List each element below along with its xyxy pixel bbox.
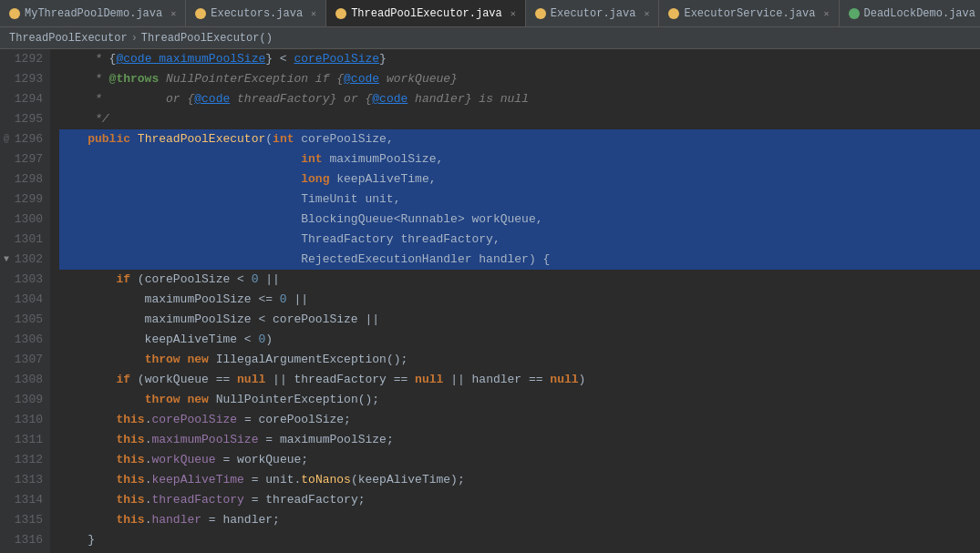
- tab-close-executor[interactable]: ✕: [644, 8, 649, 19]
- line-numbers: 1292 1293 1294 1295 @ 1296 1297 1298 129…: [0, 49, 50, 553]
- line-num-1309: 1309: [0, 390, 50, 410]
- line-num-1316: 1316: [0, 530, 50, 550]
- code-line-1314: this.threadFactory = threadFactory;: [59, 490, 980, 510]
- fold-icon[interactable]: ▼: [4, 250, 9, 270]
- code-line-1292: * {@code maximumPoolSize} < corePoolSize…: [59, 49, 980, 69]
- code-line-1309: throw new NullPointerException();: [59, 390, 980, 410]
- line-num-1313: 1313: [0, 470, 50, 490]
- editor: 1292 1293 1294 1295 @ 1296 1297 1298 129…: [0, 49, 980, 553]
- line-num-1311: 1311: [0, 430, 50, 450]
- tab-label-executors: Executors.java: [211, 7, 303, 20]
- tab-icon-threadpoolexecutor: [335, 8, 346, 19]
- line-num-1302: ▼ 1302: [0, 250, 50, 270]
- line-num-1312: 1312: [0, 450, 50, 470]
- breadcrumb-class: ThreadPoolExecutor: [9, 32, 128, 45]
- code-line-1297: int maximumPoolSize,: [59, 149, 980, 169]
- line-num-1301: 1301: [0, 230, 50, 250]
- code-line-1299: TimeUnit unit,: [59, 189, 980, 210]
- code-line-1308: if (workQueue == null || threadFactory =…: [59, 370, 980, 390]
- tab-executor[interactable]: Executor.java ✕: [526, 0, 660, 26]
- tab-label-executor: Executor.java: [551, 7, 636, 20]
- line-num-1297: 1297: [0, 149, 50, 169]
- line-num-1304: 1304: [0, 290, 50, 310]
- tab-executors[interactable]: Executors.java ✕: [186, 0, 326, 26]
- code-line-1295: */: [59, 109, 980, 129]
- code-line-1305: maximumPoolSize < corePoolSize ||: [59, 310, 980, 330]
- tab-icon-executorservice: [668, 8, 679, 19]
- code-line-1294: * or {@code threadFactory} or {@code han…: [59, 89, 980, 109]
- code-content[interactable]: * {@code maximumPoolSize} < corePoolSize…: [50, 49, 980, 553]
- code-line-1315: this.handler = handler;: [59, 510, 980, 530]
- code-line-1306: keepAliveTime < 0): [59, 330, 980, 350]
- tab-icon-deadlock: [849, 8, 860, 19]
- code-line-1296: public ThreadPoolExecutor(int corePoolSi…: [59, 129, 980, 149]
- tab-icon-mythreadpool: [9, 8, 20, 19]
- tab-label-threadpoolexecutor: ThreadPoolExecutor.java: [351, 7, 502, 20]
- code-line-1311: this.maximumPoolSize = maximumPoolSize;: [59, 430, 980, 450]
- breadcrumb-separator: ›: [131, 32, 138, 45]
- tab-icon-executor: [535, 8, 546, 19]
- tab-bar: MyThreadPoolDemo.java ✕ Executors.java ✕…: [0, 0, 980, 27]
- breadcrumb: ThreadPoolExecutor › ThreadPoolExecutor(…: [0, 27, 980, 49]
- tab-deadlock[interactable]: DeadLockDemo.java ✕: [840, 0, 980, 26]
- code-line-1313: this.keepAliveTime = unit.toNanos(keepAl…: [59, 470, 980, 490]
- code-line-1301: ThreadFactory threadFactory,: [59, 230, 980, 250]
- line-num-1307: 1307: [0, 350, 50, 370]
- tab-close-executorservice[interactable]: ✕: [823, 8, 829, 19]
- code-line-1310: this.corePoolSize = corePoolSize;: [59, 410, 980, 430]
- code-line-1293: * @throws NullPointerException if {@code…: [59, 69, 980, 89]
- line-num-1306: 1306: [0, 330, 50, 350]
- line-num-1310: 1310: [0, 410, 50, 430]
- code-line-1298: long keepAliveTime,: [59, 169, 980, 189]
- tab-close-executors[interactable]: ✕: [311, 8, 316, 19]
- code-line-1302: RejectedExecutionHandler handler) {: [59, 250, 980, 270]
- tab-threadpoolexecutor[interactable]: ThreadPoolExecutor.java ✕: [326, 0, 526, 26]
- tab-icon-executors: [195, 8, 206, 19]
- breadcrumb-method: ThreadPoolExecutor(): [141, 32, 273, 45]
- tab-mythreadpool[interactable]: MyThreadPoolDemo.java ✕: [0, 0, 186, 26]
- tab-label-mythreadpool: MyThreadPoolDemo.java: [25, 7, 162, 20]
- tab-close-mythreadpool[interactable]: ✕: [170, 8, 176, 19]
- line-num-1292: 1292: [0, 49, 50, 69]
- code-line-1307: throw new IllegalArgumentException();: [59, 350, 980, 370]
- line-num-1298: 1298: [0, 169, 50, 189]
- line-num-1296: @ 1296: [0, 129, 50, 149]
- line-num-1315: 1315: [0, 510, 50, 530]
- line-num-1305: 1305: [0, 310, 50, 330]
- tab-close-threadpoolexecutor[interactable]: ✕: [511, 8, 516, 19]
- code-line-1316: }: [59, 530, 980, 550]
- tab-label-deadlock: DeadLockDemo.java: [864, 7, 975, 20]
- line-num-1300: 1300: [0, 210, 50, 230]
- line-num-1294: 1294: [0, 89, 50, 109]
- line-num-1308: 1308: [0, 370, 50, 390]
- code-line-1312: this.workQueue = workQueue;: [59, 450, 980, 470]
- line-num-1314: 1314: [0, 490, 50, 510]
- code-line-1304: maximumPoolSize <= 0 ||: [59, 290, 980, 310]
- code-line-1303: if (corePoolSize < 0 ||: [59, 270, 980, 290]
- tab-executorservice[interactable]: ExecutorService.java ✕: [659, 0, 839, 26]
- code-line-1300: BlockingQueue<Runnable> workQueue,: [59, 210, 980, 230]
- line-num-1299: 1299: [0, 189, 50, 210]
- line-num-1295: 1295: [0, 109, 50, 129]
- annotation-icon: @: [4, 129, 9, 149]
- line-num-1293: 1293: [0, 69, 50, 89]
- line-num-1303: 1303: [0, 270, 50, 290]
- tab-label-executorservice: ExecutorService.java: [684, 7, 815, 20]
